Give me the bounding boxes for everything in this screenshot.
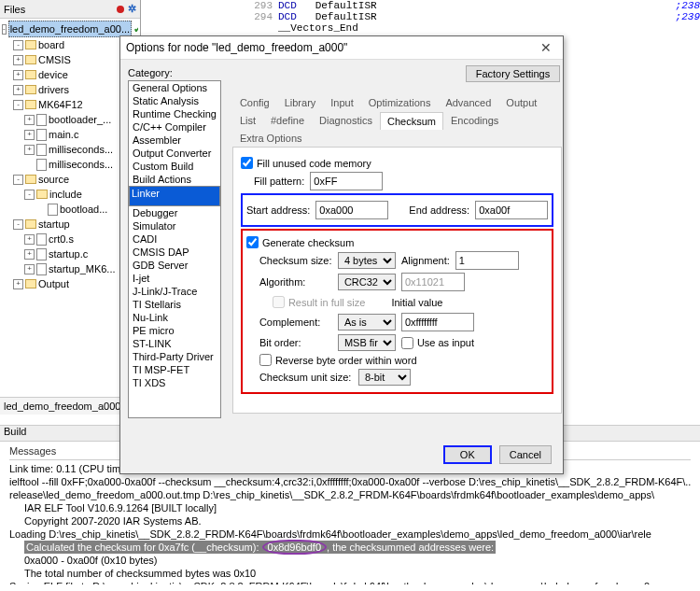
record-icon[interactable] (117, 6, 124, 13)
category-item[interactable]: CADI (129, 232, 220, 246)
category-item[interactable]: J-Link/J-Trace (129, 285, 220, 298)
expand-icon[interactable]: - (13, 219, 23, 230)
dialog-tab[interactable]: Output (498, 93, 544, 111)
category-item[interactable]: Build Actions (129, 173, 220, 186)
category-item[interactable]: Static Analysis (129, 94, 220, 107)
expand-icon[interactable]: + (24, 145, 35, 155)
algorithm-select[interactable]: CRC32 (338, 274, 396, 290)
file-icon (36, 129, 47, 141)
category-item[interactable]: GDB Server (129, 259, 220, 272)
line-no: 294 (246, 11, 278, 22)
category-item[interactable]: Nu-Link (129, 311, 220, 324)
tree-label: source (38, 172, 69, 187)
tree-node[interactable]: +startup_MK6... (2, 261, 138, 276)
category-item[interactable]: Third-Party Driver (129, 350, 220, 363)
tree-node[interactable]: -led_demo_freedom_a00...✔ (2, 21, 138, 37)
tree-node[interactable]: -source (2, 172, 138, 187)
expand-icon[interactable]: - (13, 40, 23, 50)
expand-icon[interactable]: + (13, 70, 23, 80)
options-dialog: Options for node "led_demo_freedom_a000"… (119, 35, 564, 474)
cancel-button[interactable]: Cancel (499, 445, 552, 464)
reverse-byte-order-checkbox[interactable]: Reverse byte order within word (246, 354, 548, 366)
expand-icon[interactable]: - (13, 175, 23, 185)
category-item[interactable]: Linker (129, 186, 220, 206)
dialog-tab[interactable]: Encodings (443, 111, 506, 129)
category-item[interactable]: Runtime Checking (129, 107, 220, 120)
category-item[interactable]: Simulator (129, 219, 220, 232)
category-item[interactable]: I-jet (129, 272, 220, 285)
category-item[interactable]: PE micro (129, 324, 220, 337)
tree-node[interactable]: -include (2, 187, 138, 202)
tree-node[interactable]: milliseconds... (2, 157, 138, 172)
tree-node[interactable]: +drivers (2, 82, 138, 97)
fill-pattern-input[interactable] (310, 172, 383, 190)
category-item[interactable]: Debugger (129, 206, 220, 219)
tree-node[interactable]: +crt0.s (2, 232, 138, 246)
dialog-tab[interactable]: Extra Options (232, 129, 310, 147)
tree-node[interactable]: -MK64F12 (2, 97, 138, 112)
dialog-tab[interactable]: Diagnostics (312, 111, 380, 129)
dialog-tab[interactable]: Library (277, 93, 324, 111)
end-address-input[interactable] (475, 201, 548, 219)
expand-icon[interactable]: + (13, 55, 23, 65)
tree-label: device (38, 67, 68, 82)
dialog-tab[interactable]: Input (323, 93, 360, 111)
category-item[interactable]: CMSIS DAP (129, 246, 220, 259)
category-item[interactable]: General Options (129, 81, 220, 94)
expand-icon[interactable]: - (2, 24, 7, 35)
category-item[interactable]: C/C++ Compiler (129, 120, 220, 134)
expand-icon[interactable]: + (24, 249, 35, 260)
tree-node[interactable]: +Output (2, 276, 138, 291)
bit-order-select[interactable]: MSB first (338, 334, 396, 351)
category-item[interactable]: TI MSP-FET (129, 363, 220, 376)
tree-node[interactable]: +device (2, 67, 138, 82)
gear-icon[interactable]: ✲ (128, 3, 136, 15)
tree-node[interactable]: bootload... (2, 202, 138, 217)
ok-button[interactable]: OK (443, 445, 492, 464)
tree-node[interactable]: +CMSIS (2, 52, 138, 67)
tree-node[interactable]: -startup (2, 217, 138, 232)
checksum-unit-size-select[interactable]: 8-bit (358, 369, 411, 386)
tree-label: startup.c (49, 246, 88, 261)
expand-icon[interactable]: - (13, 100, 23, 110)
tree-node[interactable]: +bootloader_... (2, 112, 138, 127)
category-item[interactable]: Output Converter (129, 147, 220, 160)
tree-node[interactable]: -board (2, 37, 138, 52)
expand-icon[interactable]: + (24, 264, 35, 274)
factory-settings-button[interactable]: Factory Settings (466, 65, 560, 82)
fill-unused-checkbox[interactable]: Fill unused code memory (241, 157, 553, 169)
alignment-input[interactable] (455, 251, 519, 270)
category-item[interactable]: Assembler (129, 134, 220, 147)
tree-node[interactable]: +milliseconds... (2, 142, 138, 157)
category-item[interactable]: ST-LINK (129, 337, 220, 350)
expand-icon[interactable]: + (13, 279, 23, 289)
checksum-size-select[interactable]: 4 bytes (338, 252, 396, 269)
start-address-input[interactable] (315, 201, 388, 219)
tree-node[interactable]: +startup.c (2, 246, 138, 261)
generate-checksum-checkbox[interactable]: Generate checksum (246, 236, 548, 248)
tree-label: include (49, 187, 82, 202)
category-item[interactable]: TI Stellaris (129, 298, 220, 311)
initial-value-input[interactable] (401, 313, 474, 331)
use-as-input-checkbox[interactable]: Use as input (401, 337, 474, 349)
dialog-tab[interactable]: Checksum (380, 112, 443, 130)
expand-icon[interactable]: + (24, 130, 35, 140)
dialog-tab[interactable]: Config (232, 93, 277, 111)
dialog-tab[interactable]: Optimizations (361, 93, 439, 111)
close-icon[interactable]: ✕ (535, 40, 557, 55)
category-item[interactable]: Custom Build (129, 160, 220, 173)
complement-select[interactable]: As is (338, 314, 396, 331)
tree-node[interactable]: +main.c (2, 127, 138, 142)
dialog-tab[interactable]: #define (263, 111, 312, 129)
category-item[interactable]: TI XDS (129, 376, 220, 389)
category-list[interactable]: General OptionsStatic AnalysisRuntime Ch… (128, 80, 221, 418)
dialog-tab[interactable]: List (232, 111, 263, 129)
build-message: Loading D:\res_chip_kinetis\__SDK_2.8.2_… (9, 528, 691, 541)
dialog-tab[interactable]: Advanced (438, 93, 498, 111)
folder-icon (25, 85, 36, 94)
expand-icon[interactable]: + (24, 234, 35, 245)
expand-icon[interactable]: + (13, 85, 23, 95)
expand-icon[interactable]: + (24, 115, 35, 125)
expand-icon[interactable]: - (24, 190, 35, 200)
file-icon (48, 204, 58, 216)
